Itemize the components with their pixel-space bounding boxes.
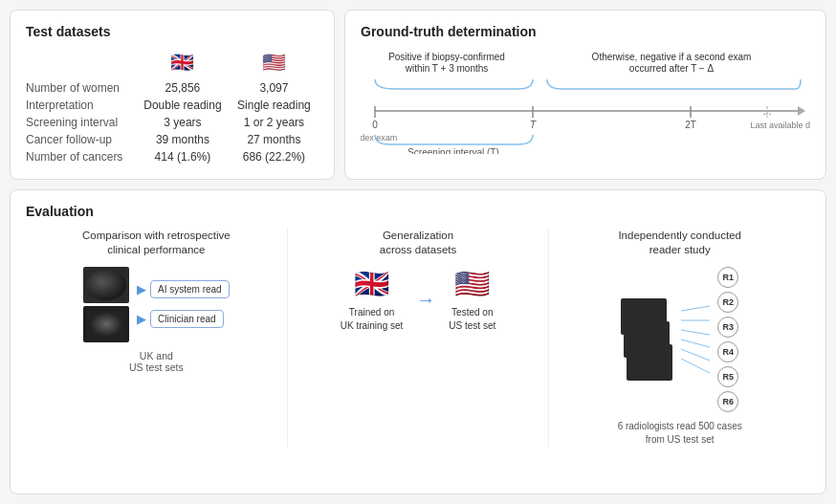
- svg-text:Index exam: Index exam: [361, 133, 397, 142]
- svg-text:Positive if biopsy-confirmed: Positive if biopsy-confirmed: [388, 52, 505, 62]
- row-label: Cancer follow-up: [26, 131, 136, 148]
- gen-flag-us: 🇺🇸: [454, 267, 490, 300]
- table-row: Cancer follow-up 39 months 27 months: [26, 131, 319, 148]
- row-us: 3,097: [230, 79, 319, 97]
- flag-uk: 🇬🇧: [136, 49, 230, 79]
- row-label: Number of women: [26, 79, 136, 97]
- reader-badge-r3: R3: [717, 317, 738, 338]
- reader-study-caption: 6 radiologists read 500 casesfrom US tes…: [557, 420, 803, 447]
- row-uk: 25,856: [136, 79, 230, 97]
- flag-us: 🇺🇸: [230, 49, 319, 79]
- table-row: Screening interval 3 years 1 or 2 years: [26, 114, 319, 131]
- gen-arrow: →: [416, 289, 435, 311]
- svg-text:Screening interval (T): Screening interval (T): [407, 147, 499, 154]
- reader-badge-r2: R2: [717, 292, 738, 313]
- table-row: Number of women 25,856 3,097: [26, 79, 319, 97]
- ai-system-box: AI system read: [150, 280, 230, 298]
- reader-badges: R1R2R3R4R5R6: [717, 267, 738, 412]
- mri-images: [83, 267, 129, 342]
- comparison-title: Comparison with retrospectiveclinical pe…: [33, 229, 279, 257]
- row-uk: 39 months: [136, 131, 230, 148]
- arrow-clinician: ▶: [137, 312, 146, 326]
- reader-badge-r6: R6: [717, 391, 738, 412]
- reader-badge-r4: R4: [717, 341, 738, 362]
- us-flag-col: 🇺🇸 Tested onUS test set: [449, 267, 495, 333]
- row-us: 1 or 2 years: [230, 114, 319, 131]
- clinician-box: Clinician read: [150, 310, 224, 328]
- generalization-title: Generalizationacross datasets: [296, 229, 541, 257]
- reader-study-title: Independently conductedreader study: [557, 229, 803, 257]
- generalization-area: 🇬🇧 Trained onUK training set → 🇺🇸 Tested…: [296, 267, 541, 333]
- eval-sections: Comparison with retrospectiveclinical pe…: [26, 229, 810, 447]
- svg-text:within T + 3 months: within T + 3 months: [405, 63, 489, 74]
- reader-mri-stack: [621, 298, 673, 380]
- reader-lines-svg: [681, 296, 710, 383]
- timeline-diagram: Positive if biopsy-confirmed within T + …: [361, 49, 810, 154]
- arrow-ai: ▶: [137, 282, 146, 296]
- svg-line-21: [681, 349, 710, 361]
- svg-text:T: T: [530, 120, 537, 130]
- row-label: Screening interval: [26, 114, 136, 131]
- test-datasets-card: Test datasets 🇬🇧 🇺🇸 Number of women 25,8…: [10, 10, 335, 180]
- trained-label: Trained onUK training set: [341, 306, 404, 333]
- reader-study-section: Independently conductedreader study R1R2…: [549, 229, 810, 447]
- svg-text:2T: 2T: [685, 120, 696, 130]
- test-datasets-title: Test datasets: [26, 24, 319, 39]
- row-label: Interpretation: [26, 97, 136, 114]
- reader-mri-3: [627, 344, 672, 381]
- table-row: Interpretation Double reading Single rea…: [26, 97, 319, 114]
- evaluation-title: Evaluation: [26, 204, 810, 219]
- mri-image-2: [83, 306, 129, 342]
- comparison-bottom-label: UK andUS test sets: [33, 350, 279, 373]
- uk-flag-col: 🇬🇧 Trained onUK training set: [341, 267, 404, 333]
- row-us: 27 months: [230, 131, 319, 148]
- svg-line-19: [681, 330, 710, 335]
- reader-area: R1R2R3R4R5R6: [557, 267, 803, 412]
- generalization-section: Generalizationacross datasets 🇬🇧 Trained…: [288, 229, 550, 447]
- row-uk: Double reading: [136, 97, 230, 114]
- row-us: Single reading: [230, 97, 319, 114]
- evaluation-card: Evaluation Comparison with retrospective…: [10, 189, 826, 494]
- row-uk: 3 years: [136, 114, 230, 131]
- svg-line-17: [681, 306, 710, 311]
- comparison-section: Comparison with retrospectiveclinical pe…: [26, 229, 288, 447]
- row-label: Number of cancers: [26, 148, 136, 165]
- ground-truth-card: Ground-truth determination Positive if b…: [344, 10, 826, 180]
- ground-truth-title: Ground-truth determination: [361, 24, 810, 39]
- gen-flag-uk: 🇬🇧: [354, 267, 389, 300]
- row-uk: 414 (1.6%): [136, 148, 230, 165]
- reader-badge-r1: R1: [717, 267, 738, 288]
- svg-text:Last available data: Last available data: [750, 121, 810, 130]
- tested-label: Tested onUS test set: [449, 306, 495, 333]
- table-row: Number of cancers 414 (1.6%) 686 (22.2%): [26, 148, 319, 165]
- reader-badge-r5: R5: [717, 366, 738, 387]
- dataset-table: 🇬🇧 🇺🇸 Number of women 25,856 3,097 Inter…: [26, 49, 319, 165]
- row-us: 686 (22.2%): [230, 148, 319, 165]
- svg-line-20: [681, 340, 710, 347]
- svg-text:Otherwise, negative if a secon: Otherwise, negative if a second exam: [592, 52, 752, 62]
- comparison-area: ▶ AI system read ▶ Clinician read: [33, 267, 279, 342]
- svg-text:0: 0: [372, 120, 378, 130]
- svg-marker-5: [798, 106, 805, 116]
- svg-line-22: [681, 359, 710, 373]
- mri-image-1: [83, 267, 129, 303]
- svg-text:occurred after T − Δ: occurred after T − Δ: [629, 63, 715, 74]
